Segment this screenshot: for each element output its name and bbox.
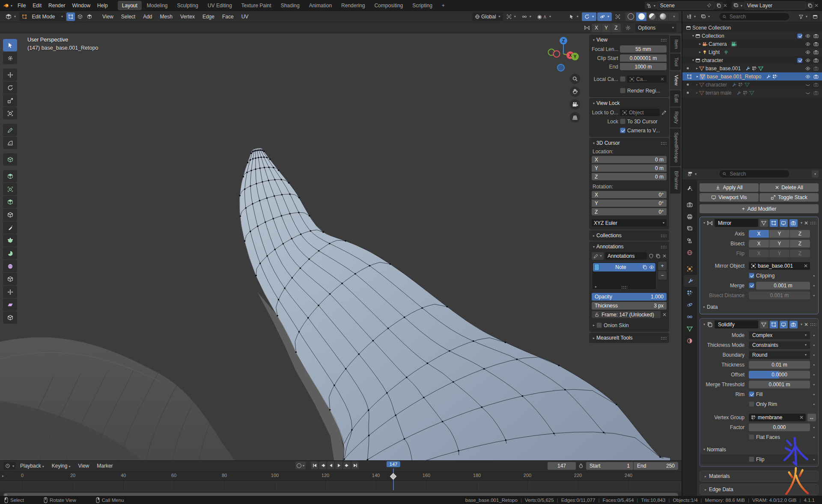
collapse-icon[interactable]: ▸ — [593, 323, 595, 327]
stopwatch-icon[interactable] — [578, 463, 584, 468]
cursor-rot-y-field[interactable]: Y0° — [592, 200, 667, 207]
timeline-menu-view[interactable]: View — [74, 462, 92, 470]
annotation-datablock-name[interactable]: Annotations — [605, 252, 647, 259]
clip-end-field[interactable]: 1000 m — [620, 63, 667, 70]
view-layer-new-button[interactable] — [806, 2, 814, 9]
apply-all-button[interactable]: Apply All — [700, 183, 759, 192]
workspace-tab-scripting[interactable]: Scripting — [408, 1, 437, 10]
properties-tab-modifiers[interactable] — [684, 275, 697, 287]
merge-field[interactable]: 0.001 m — [756, 282, 810, 289]
hide-viewport-icon[interactable] — [805, 66, 810, 71]
expand-icon[interactable]: ▸ — [699, 42, 701, 46]
menu-select[interactable]: Select — [118, 12, 139, 21]
sidebar-tab-view[interactable]: View — [670, 71, 681, 89]
tool-bevel[interactable] — [3, 196, 17, 208]
solidify-name-field[interactable]: Solidify — [715, 320, 758, 328]
timeline-collapse-arrow[interactable]: ▸ — [2, 474, 4, 478]
timeline-menu-playback[interactable]: Playback▾ — [17, 462, 48, 470]
perspective-toggle-button[interactable] — [570, 112, 580, 122]
show-gizmo-dropdown[interactable]: ▾ — [566, 12, 581, 21]
tool-measure[interactable] — [3, 137, 17, 149]
sidebar-tab-tool[interactable]: Tool — [670, 54, 681, 70]
delete-modifier-button[interactable]: ✕ — [804, 322, 808, 328]
expand-icon[interactable]: ▸ — [696, 91, 698, 95]
panel-grip[interactable] — [661, 142, 667, 145]
tool-move[interactable] — [3, 69, 17, 81]
outliner-row-camera[interactable]: ▸ Camera — [682, 40, 822, 48]
bisect-x[interactable]: X — [749, 240, 769, 248]
cursor-loc-z-field[interactable]: Z0 m — [592, 173, 667, 180]
delete-modifier-button[interactable]: ✕ — [804, 220, 808, 226]
collection-checkbox[interactable] — [797, 58, 802, 63]
outliner-row-character-object[interactable]: ▸ character — [682, 81, 822, 89]
properties-options-dropdown[interactable]: ▾ — [812, 170, 819, 178]
mode-dropdown[interactable]: Complex▾ — [749, 331, 810, 339]
bisect-z[interactable]: Z — [790, 240, 810, 248]
collapse-icon[interactable]: ▸ — [703, 305, 705, 309]
new-collection-button[interactable] — [811, 13, 819, 21]
outliner-row-base-base-001[interactable]: ▸ base_base.001 — [682, 64, 822, 72]
tool-add-cube[interactable] — [3, 153, 17, 166]
mirror-axis-z[interactable]: Z — [790, 230, 810, 238]
solidify-render-toggle[interactable] — [789, 321, 798, 328]
factor-field[interactable]: 0.000 — [749, 423, 810, 431]
tool-select-box[interactable] — [3, 39, 17, 51]
shading-solid-button[interactable] — [636, 12, 646, 21]
viewport-vis-button[interactable]: Viewport Vis — [700, 193, 759, 202]
view-layer-browse-button[interactable]: ▾ — [732, 2, 744, 9]
thickness-slider[interactable]: Thickness3 px — [592, 302, 667, 310]
shading-material-button[interactable] — [647, 12, 657, 21]
focal-length-field[interactable]: 55 mm — [620, 45, 667, 53]
shading-wireframe-button[interactable] — [625, 12, 636, 21]
properties-editor-type-button[interactable]: ▾ — [686, 170, 698, 178]
merge-checkbox[interactable] — [749, 283, 754, 288]
collapse-icon[interactable]: ▾ — [593, 38, 595, 42]
bisect-distance-field[interactable]: 0.001 m — [749, 292, 810, 299]
overlays-toggle[interactable]: ▾ — [597, 12, 612, 21]
menu-render[interactable]: Render — [45, 1, 68, 10]
extras-dropdown[interactable]: ▾ — [801, 322, 802, 326]
clipping-checkbox[interactable] — [749, 273, 754, 278]
outliner-search[interactable] — [719, 12, 790, 21]
drag-handle[interactable] — [810, 323, 816, 326]
onion-skin-checkbox[interactable] — [596, 322, 602, 328]
collapse-icon[interactable]: ▾ — [593, 245, 595, 249]
tool-smooth[interactable] — [3, 260, 17, 272]
frame-lock-button[interactable]: Frame: 147 (Unlocked) — [592, 311, 661, 318]
frame-delete-button[interactable]: ✕ — [662, 312, 667, 318]
panel-grip[interactable] — [661, 39, 667, 42]
properties-tab-object[interactable] — [682, 263, 697, 275]
expand-icon[interactable]: ▸ — [697, 75, 698, 78]
timeline-ruler[interactable]: 0 20 40 60 80 100 120 140 160 180 200 22… — [0, 471, 682, 481]
clip-start-field[interactable]: 0.000001 m — [620, 54, 667, 62]
boundary-dropdown[interactable]: Round▾ — [749, 351, 810, 359]
pin-icon[interactable] — [706, 3, 712, 8]
cursor-loc-x-field[interactable]: X0 m — [592, 156, 667, 163]
hide-viewport-icon[interactable] — [805, 42, 810, 47]
disable-render-icon[interactable] — [813, 33, 819, 39]
layer-color-chip[interactable] — [594, 264, 599, 271]
add-workspace-button[interactable]: + — [438, 1, 449, 10]
rim-fill-checkbox[interactable] — [749, 391, 754, 397]
zoom-button[interactable] — [570, 74, 580, 84]
select-mode-face-button[interactable] — [85, 12, 94, 21]
add-modifier-button[interactable]: +Add Modifier — [700, 204, 819, 213]
copy-icon[interactable] — [655, 253, 661, 259]
disable-render-icon[interactable] — [813, 58, 819, 63]
camera-to-view-checkbox[interactable] — [620, 128, 625, 133]
disable-render-icon[interactable] — [813, 50, 819, 55]
list-resize-grip[interactable] — [621, 286, 627, 289]
editor-divider[interactable] — [682, 11, 682, 496]
annotation-datablock-icon[interactable]: ▾ — [592, 252, 604, 260]
tool-loop-cut[interactable] — [3, 209, 17, 221]
hidden-viewport-icon[interactable] — [805, 82, 810, 87]
menu-view[interactable]: View — [99, 12, 117, 21]
normals-label[interactable]: Normals — [707, 447, 726, 453]
view-layer-name-field[interactable]: View Layer — [744, 1, 806, 10]
expand-icon[interactable]: ▸ — [696, 83, 698, 86]
tool-rip-region[interactable] — [3, 311, 17, 324]
lock-to-object-field[interactable]: Object — [620, 109, 660, 116]
mirror-data-label[interactable]: Data — [707, 304, 718, 310]
collapse-icon[interactable]: ▸ — [593, 234, 595, 238]
pan-hand-button[interactable] — [570, 86, 580, 97]
